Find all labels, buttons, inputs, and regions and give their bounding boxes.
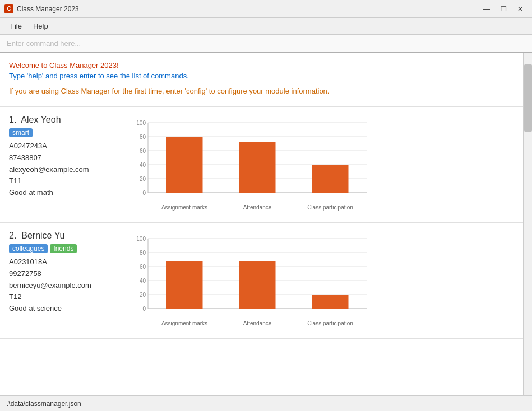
bar-chart: 020406080100 Assignment marksAttendanceC…	[131, 233, 372, 328]
svg-rect-16	[312, 165, 349, 193]
welcome-line3: If you are using Class Manager for the f…	[9, 87, 514, 95]
svg-text:80: 80	[140, 134, 146, 140]
menu-bar: File Help	[0, 18, 532, 35]
student-name: 1. Alex Yeoh	[9, 115, 127, 125]
svg-text:40: 40	[140, 162, 146, 168]
welcome-line1: Welcome to Class Manager 2023!	[9, 61, 514, 69]
svg-rect-14	[166, 137, 203, 193]
svg-text:60: 60	[140, 148, 146, 154]
command-bar	[0, 35, 532, 53]
welcome-line2: Type 'help' and press enter to see the l…	[9, 72, 514, 80]
command-input[interactable]	[7, 39, 525, 48]
window-controls: — ❐ ✕	[479, 3, 528, 15]
student-details: A0231018A 99272758 berniceyu@example.com…	[9, 256, 127, 315]
status-path: .\data\classmanager.json	[7, 400, 81, 408]
menu-help[interactable]: Help	[27, 20, 54, 32]
scrollbar-track[interactable]	[523, 53, 532, 395]
student-info: 1. Alex Yeoh smart A0247243A 87438807 al…	[9, 115, 127, 214]
svg-rect-34	[166, 261, 203, 309]
svg-rect-15	[239, 142, 276, 193]
svg-text:60: 60	[140, 264, 146, 270]
title-bar: C Class Manager 2023 — ❐ ✕	[0, 0, 532, 18]
minimize-button[interactable]: —	[479, 3, 494, 15]
svg-text:0: 0	[142, 190, 146, 196]
student-tag: colleagues	[9, 244, 48, 253]
status-bar: .\data\classmanager.json	[0, 395, 532, 411]
scrollbar-thumb[interactable]	[524, 64, 532, 132]
close-button[interactable]: ✕	[513, 3, 528, 15]
svg-rect-36	[312, 295, 349, 309]
svg-text:100: 100	[136, 236, 146, 242]
svg-text:Attendance: Attendance	[243, 320, 272, 326]
svg-text:20: 20	[140, 292, 146, 298]
output-area: Welcome to Class Manager 2023! Type 'hel…	[0, 53, 532, 395]
svg-text:Attendance: Attendance	[243, 204, 272, 211]
welcome-panel: Welcome to Class Manager 2023! Type 'hel…	[0, 53, 523, 107]
svg-rect-35	[239, 261, 276, 309]
student-tags: smart	[9, 128, 127, 141]
window-title: Class Manager 2023	[17, 5, 479, 13]
svg-text:0: 0	[142, 306, 146, 312]
svg-text:Assignment marks: Assignment marks	[161, 320, 207, 326]
app-icon: C	[4, 4, 13, 13]
student-card: 1. Alex Yeoh smart A0247243A 87438807 al…	[0, 107, 523, 223]
students-container: 1. Alex Yeoh smart A0247243A 87438807 al…	[0, 107, 523, 339]
svg-text:80: 80	[140, 250, 146, 256]
svg-text:100: 100	[136, 120, 146, 126]
menu-file[interactable]: File	[4, 20, 27, 32]
svg-text:Assignment marks: Assignment marks	[161, 204, 207, 211]
chart-container: 020406080100 Assignment marksAttendanceC…	[127, 231, 514, 330]
svg-text:Class participation: Class participation	[307, 204, 353, 211]
output-scroll[interactable]: Welcome to Class Manager 2023! Type 'hel…	[0, 53, 523, 395]
student-card: 2. Bernice Yu colleaguesfriends A0231018…	[0, 223, 523, 339]
bar-chart: 020406080100 Assignment marksAttendanceC…	[131, 117, 372, 212]
student-details: A0247243A 87438807 alexyeoh@example.com …	[9, 141, 127, 199]
student-tag: friends	[50, 244, 77, 253]
student-name: 2. Bernice Yu	[9, 231, 127, 241]
chart-container: 020406080100 Assignment marksAttendanceC…	[127, 115, 514, 214]
student-tag: smart	[9, 128, 33, 137]
svg-text:40: 40	[140, 278, 146, 284]
svg-text:20: 20	[140, 176, 146, 182]
student-tags: colleaguesfriends	[9, 244, 127, 256]
maximize-button[interactable]: ❐	[496, 3, 511, 15]
svg-text:Class participation: Class participation	[307, 320, 353, 326]
student-info: 2. Bernice Yu colleaguesfriends A0231018…	[9, 231, 127, 330]
